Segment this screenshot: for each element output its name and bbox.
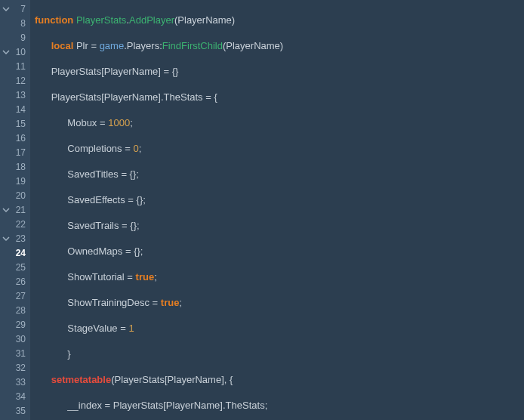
line-number: 23 [16,233,27,244]
gutter-line[interactable]: 24 [0,246,30,260]
line-number: 29 [16,320,27,330]
line-number: 34 [16,391,27,402]
line-number: 25 [16,262,27,273]
gutter-line[interactable]: 13 [0,88,30,102]
fold-chevron-icon[interactable] [2,48,11,57]
gutter-line[interactable]: 17 [0,145,30,159]
gutter-line[interactable]: 7 [0,2,30,16]
gutter-line[interactable]: 31 [0,346,30,360]
line-number: 7 [20,4,27,14]
code-line[interactable]: PlayerStats[PlayerName].TheStats = { [35,90,524,104]
code-line[interactable]: SavedTrails = {}; [35,218,524,233]
gutter-line[interactable]: 21 [0,202,30,217]
line-number: 10 [16,47,27,57]
code-line[interactable]: Completions = 0; [35,141,524,156]
gutter: 7891011121314151617181920212223242526272… [0,0,30,420]
line-number: 14 [16,104,27,115]
gutter-line[interactable]: 22 [0,217,30,231]
code-line[interactable]: SavedEffects = {}; [35,193,524,207]
fold-chevron-icon[interactable] [2,205,11,215]
gutter-line[interactable]: 29 [0,317,30,332]
line-number: 19 [16,176,27,187]
gutter-line[interactable]: 12 [0,73,30,88]
code-line[interactable]: SavedTitles = {}; [35,167,524,181]
func-name: PlayerStats [76,14,126,26]
code-line[interactable]: local Plr = game.Players:FindFirstChild(… [35,39,524,53]
fold-chevron-icon[interactable] [2,234,11,243]
line-number: 22 [16,219,27,230]
line-number: 18 [16,162,27,172]
gutter-line[interactable]: 10 [0,45,30,59]
gutter-line[interactable]: 27 [0,289,30,303]
line-number: 8 [20,18,27,29]
gutter-line[interactable]: 30 [0,332,30,346]
line-number: 12 [16,76,27,86]
code-line[interactable]: StageValue = 1 [35,321,524,335]
line-number: 30 [16,334,27,344]
line-number: 35 [16,406,27,416]
line-number: 15 [16,119,27,129]
line-number: 24 [16,248,27,258]
gutter-line[interactable]: 15 [0,116,30,131]
line-number: 9 [20,32,27,43]
line-number: 11 [16,61,27,72]
line-number: 13 [16,90,27,100]
code-line[interactable]: __index = PlayerStats[PlayerName].TheSta… [35,398,524,412]
gutter-line[interactable]: 26 [0,274,30,289]
code-line[interactable]: PlayerStats[PlayerName] = {} [35,64,524,79]
line-number: 20 [16,190,27,201]
gutter-line[interactable]: 33 [0,375,30,389]
fold-chevron-icon[interactable] [2,5,11,14]
line-number: 33 [16,377,27,388]
keyword: function [35,14,73,26]
code-line[interactable]: ShowTutorial = true; [35,270,524,284]
line-number: 32 [16,363,27,373]
code-line[interactable]: ShowTrainingDesc = true; [35,295,524,310]
gutter-line[interactable]: 34 [0,389,30,403]
gutter-line[interactable]: 25 [0,260,30,274]
gutter-line[interactable]: 28 [0,303,30,317]
line-number: 27 [16,291,27,301]
gutter-line[interactable]: 35 [0,403,30,418]
code-line[interactable]: function PlayerStats.AddPlayer(PlayerNam… [35,13,524,27]
gutter-line[interactable]: 11 [0,59,30,73]
code-line[interactable]: } [35,347,524,361]
code-line[interactable]: Mobux = 1000; [35,116,524,130]
line-number: 26 [16,276,27,287]
gutter-line[interactable]: 9 [0,30,30,45]
gutter-line[interactable]: 32 [0,360,30,375]
gutter-line[interactable]: 14 [0,102,30,116]
code-editor[interactable]: function PlayerStats.AddPlayer(PlayerNam… [30,0,524,420]
line-number: 21 [16,205,27,215]
line-number: 31 [16,348,27,359]
gutter-line[interactable]: 18 [0,159,30,174]
gutter-line[interactable]: 20 [0,188,30,202]
gutter-line[interactable]: 8 [0,16,30,30]
code-line[interactable]: setmetatable(PlayerStats[PlayerName], { [35,372,524,387]
code-line[interactable]: OwnedMaps = {}; [35,244,524,258]
gutter-line[interactable]: 19 [0,174,30,188]
line-number: 17 [16,147,27,158]
gutter-line[interactable]: 16 [0,131,30,145]
line-number: 16 [16,133,27,144]
gutter-line[interactable]: 23 [0,231,30,246]
line-number: 28 [16,305,27,316]
